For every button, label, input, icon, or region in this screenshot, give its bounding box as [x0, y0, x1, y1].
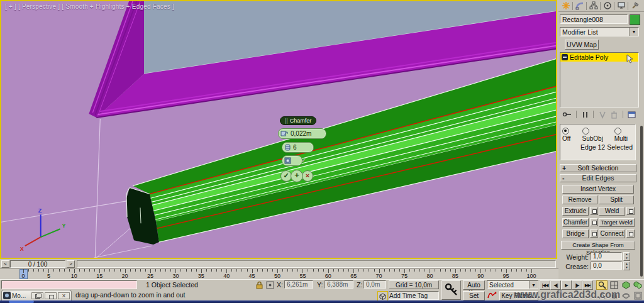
crease-field[interactable]: 0,0	[591, 262, 622, 270]
bridge-button[interactable]: Bridge	[562, 229, 589, 238]
show-end-result-icon[interactable]	[582, 111, 589, 119]
set-keys-button[interactable]	[441, 280, 461, 300]
pin-stack-icon[interactable]	[562, 111, 572, 119]
remove-modifier-icon[interactable]	[611, 111, 618, 119]
modifier-stack[interactable]: Editable Poly	[560, 52, 639, 107]
z-coord-field[interactable]: 0,0m	[364, 280, 386, 289]
weight-spinner[interactable]: ▲▼	[623, 252, 630, 261]
configure-modifier-sets-icon[interactable]	[628, 111, 636, 119]
close-window-button[interactable]: ×	[58, 292, 70, 299]
zoom-all-icon[interactable]	[608, 280, 619, 290]
zoom-tool-icon[interactable]	[596, 280, 608, 290]
isometric-view-icon[interactable]	[377, 291, 388, 301]
ruler-tick	[475, 269, 476, 272]
maxscript-mini-listener[interactable]	[1, 280, 137, 289]
motion-tab-icon[interactable]	[602, 1, 613, 11]
chevron-down-icon[interactable]: ▼	[629, 28, 638, 36]
uvw-map-button[interactable]: UVW Map	[565, 40, 599, 50]
key-filter-dropdown[interactable]: Selected ▼	[487, 280, 538, 289]
weld-settings-icon[interactable]	[626, 207, 635, 215]
go-to-start-button[interactable]: |◀◀	[540, 280, 550, 290]
insert-vertex-button[interactable]: Insert Vertex	[562, 185, 634, 194]
split-button[interactable]: Split	[599, 196, 634, 204]
radio-subobj[interactable]	[582, 128, 589, 135]
caddy-segments-value[interactable]: 6	[293, 144, 297, 151]
caddy-amount-field[interactable]: 0,022m	[278, 128, 326, 139]
caddy-segments-field[interactable]: 6	[282, 142, 314, 153]
prev-frame-button[interactable]: <	[1, 260, 9, 268]
chamfer-settings-icon[interactable]	[590, 218, 598, 226]
ruler-tick	[186, 269, 187, 272]
mode-off[interactable]: Off	[562, 128, 579, 142]
ruler-tick	[440, 269, 441, 272]
viewport-label[interactable]: [ + ] [ Perspective ] [ Smooth + Highlig…	[5, 3, 174, 10]
make-unique-icon[interactable]	[599, 111, 606, 119]
track-bar[interactable]	[77, 260, 556, 268]
minimized-window-titlebar[interactable]: Mo... ×	[1, 290, 72, 300]
create-shape-button[interactable]: Create Shape From Selection	[561, 241, 635, 250]
rollout-expand-icon[interactable]: +	[562, 165, 566, 172]
mode-multi[interactable]: Multi	[614, 128, 635, 142]
caddy-open-toggle[interactable]	[282, 155, 303, 166]
y-coord-field[interactable]: 6,388m	[325, 280, 353, 289]
default-tangent-icon[interactable]	[487, 291, 497, 300]
connect-settings-icon[interactable]	[626, 229, 635, 238]
zoom-extents-icon[interactable]	[620, 280, 631, 290]
weld-button[interactable]: Weld	[599, 207, 625, 216]
ruler-tick	[409, 269, 410, 272]
restore-window-button[interactable]	[31, 292, 43, 299]
chevron-down-icon[interactable]: ▼	[529, 281, 538, 289]
auto-key-button[interactable]: Auto Key	[463, 280, 485, 290]
rollout-soft-selection[interactable]: + Soft Selection	[560, 164, 636, 172]
toggle-check-icon[interactable]: ✓	[301, 156, 307, 165]
hierarchy-tab-icon[interactable]	[588, 1, 599, 11]
extrude-settings-icon[interactable]	[590, 207, 598, 215]
bridge-settings-icon[interactable]	[590, 229, 598, 238]
connect-button[interactable]: Connect	[599, 229, 625, 238]
modify-tab-icon[interactable]	[574, 1, 585, 11]
next-frame-button[interactable]: ||▶	[572, 280, 582, 290]
target-weld-button[interactable]: Target Weld	[599, 218, 635, 227]
modifier-list-dropdown[interactable]: Modifier List ▼	[560, 27, 639, 36]
weight-field[interactable]: 1,0	[591, 252, 622, 260]
rollout-collapse-icon[interactable]: -	[562, 175, 565, 182]
chamfer-button[interactable]: Chamfer	[562, 218, 589, 227]
crease-spinner[interactable]: ▲▼	[623, 262, 630, 270]
os-taskbar[interactable]	[0, 300, 644, 303]
zoom-extents-all-icon[interactable]	[632, 280, 643, 290]
extrude-button[interactable]: Extrude	[562, 207, 589, 216]
radio-multi[interactable]	[614, 128, 621, 135]
x-coord-label: X:	[277, 280, 283, 289]
object-color-swatch[interactable]	[630, 14, 640, 25]
absolute-mode-icon[interactable]	[266, 281, 274, 289]
object-name-field[interactable]: Rectangle008	[560, 14, 628, 24]
timeline-ruler[interactable]: 0510152025303540455055606570758085909510…	[0, 268, 558, 280]
next-frame-button[interactable]: >	[67, 260, 75, 268]
go-to-end-button[interactable]: ▶▶|	[582, 280, 593, 290]
panel-scrollbar[interactable]	[640, 126, 643, 277]
caddy-title[interactable]: ||Chamfer	[280, 116, 316, 125]
selection-lock-icon[interactable]	[255, 281, 264, 289]
ruler-tick	[79, 269, 80, 272]
create-tab-icon[interactable]	[560, 1, 571, 11]
add-time-tag-field[interactable]: Add Time Tag	[389, 291, 439, 300]
rollout-edit-edges[interactable]: - Edit Edges	[560, 174, 636, 182]
previous-frame-button[interactable]: ◀||	[550, 280, 561, 290]
x-coord-field[interactable]: 6,261m	[284, 280, 313, 289]
caddy-cancel-button[interactable]: ×	[302, 170, 313, 182]
set-key-button[interactable]: Set Key	[463, 291, 485, 300]
caddy-apply-button[interactable]: +	[291, 170, 303, 182]
play-button[interactable]: ▶	[561, 280, 572, 290]
perspective-viewport[interactable]: Z X Y [ + ] [ Perspective ] [ Smooth + H…	[0, 0, 557, 259]
utilities-tab-icon[interactable]	[630, 1, 640, 11]
radio-off[interactable]	[562, 128, 569, 135]
ruler-tick	[323, 269, 324, 272]
caddy-amount-value[interactable]: 0,022m	[291, 130, 311, 137]
frame-counter[interactable]: 0 / 100	[10, 260, 65, 268]
minimize-window-button[interactable]	[45, 292, 57, 299]
mode-subobj[interactable]: SubObj	[582, 128, 611, 142]
selection-status: Edge 12 Selected	[580, 143, 633, 151]
remove-button[interactable]: Remove	[562, 196, 597, 204]
display-tab-icon[interactable]	[616, 1, 626, 11]
caddy-grip[interactable]: ||	[285, 118, 288, 124]
